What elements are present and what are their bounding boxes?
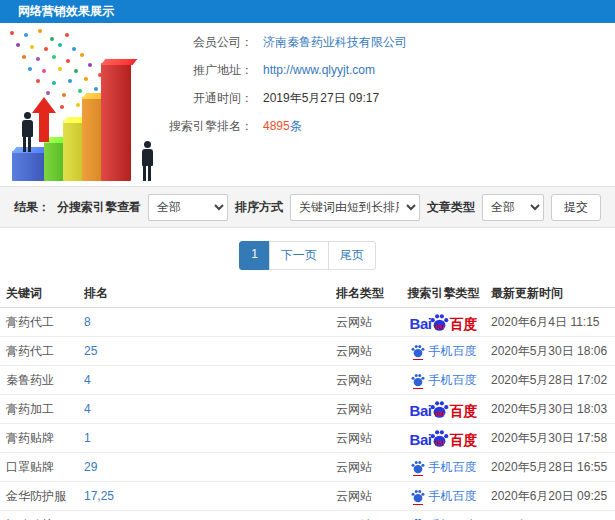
- baidu-pc-logo: Baidu百度: [410, 313, 478, 331]
- company-link[interactable]: 济南秦鲁药业科技有限公司: [263, 34, 407, 51]
- engine-cell: 手机百度: [396, 372, 491, 389]
- engine-cell: 手机百度: [396, 343, 491, 360]
- info-row-company: 会员公司： 济南秦鲁药业科技有限公司: [158, 33, 407, 51]
- header-keyword: 关键词: [0, 285, 84, 302]
- sort-select[interactable]: 关键词由短到长排序: [290, 194, 420, 221]
- marketing-illustration: [2, 25, 180, 183]
- table-row: 膏药代工25云网站手机百度2020年5月30日 18:06: [0, 337, 615, 366]
- engine-cell: 手机百度: [396, 459, 491, 476]
- update-time-cell: 2020年5月30日 18:06: [491, 343, 615, 360]
- rank-type-cell: 云网站: [336, 343, 396, 360]
- open-time-value: 2019年5月27日 09:17: [263, 90, 379, 107]
- rank-type-cell: 云网站: [336, 401, 396, 418]
- header-rank: 排名: [84, 285, 336, 302]
- rank-type-cell: 云网站: [336, 314, 396, 331]
- baidu-mobile-logo: 手机百度: [411, 517, 477, 520]
- page-title: 网络营销效果展示: [18, 4, 114, 18]
- article-type-select[interactable]: 全部: [482, 194, 544, 221]
- article-type-label: 文章类型: [427, 199, 475, 216]
- sort-label: 排序方式: [235, 199, 283, 216]
- baidu-paw-icon: [411, 344, 425, 358]
- engine-cell: 手机百度: [396, 488, 491, 505]
- baidu-pc-logo: Baidu百度: [410, 400, 478, 418]
- header-rank-type: 排名类型: [336, 285, 396, 302]
- keyword-cell: 金华防护服: [0, 488, 84, 505]
- company-label: 会员公司：: [158, 34, 253, 51]
- rank-link[interactable]: 1: [84, 431, 91, 445]
- rank-type-cell: 云网站: [336, 488, 396, 505]
- update-time-cell: 2020年6月4日 11:10: [491, 517, 615, 520]
- baidu-mobile-logo: 手机百度: [411, 343, 477, 360]
- table-row: 膏药加工4云网站Baidu百度2020年5月30日 18:03: [0, 395, 615, 424]
- engine-cell: 手机百度: [396, 517, 491, 520]
- update-time-cell: 2020年5月28日 16:55: [491, 459, 615, 476]
- rank-link[interactable]: 25: [84, 344, 97, 358]
- filter-controls: 分搜索引擎查看 全部 排序方式 关键词由短到长排序 文章类型 全部 提交: [57, 194, 601, 221]
- baidu-paw-icon: [411, 489, 425, 503]
- rank-link[interactable]: 29: [84, 460, 97, 474]
- rank-type-cell: 云网站: [336, 517, 396, 520]
- rank-link[interactable]: 8: [84, 315, 91, 329]
- update-time-cell: 2020年5月28日 17:02: [491, 372, 615, 389]
- baidu-mobile-logo: 手机百度: [411, 372, 477, 389]
- page-header: 网络营销效果展示: [0, 0, 615, 23]
- baidu-pc-logo: Baidu百度: [410, 429, 478, 447]
- table-row: 秦鲁药业4云网站手机百度2020年5月28日 17:02: [0, 366, 615, 395]
- member-info-section: 会员公司： 济南秦鲁药业科技有限公司 推广地址： http://www.qlyy…: [0, 23, 615, 186]
- baidu-mobile-logo: 手机百度: [411, 459, 477, 476]
- baidu-paw-icon: du: [430, 400, 449, 418]
- arrow-up-graphic: [32, 97, 56, 143]
- promo-url-label: 推广地址：: [158, 62, 253, 79]
- table-row: 福建防护服10云网站手机百度2020年6月4日 11:10: [0, 511, 615, 520]
- info-row-rank-count: 搜索引擎排名： 4895条: [158, 117, 407, 135]
- bar-chart-graphic-blue: [12, 151, 46, 181]
- businessman-figure-left: [20, 112, 34, 152]
- rank-count-unit: 条: [290, 119, 302, 133]
- table-row: 膏药代工8云网站Baidu百度2020年6月4日 11:15: [0, 308, 615, 337]
- baidu-mobile-logo: 手机百度: [411, 488, 477, 505]
- results-table: 关键词 排名 排名类型 搜索引擎类型 最新更新时间 膏药代工8云网站Baidu百…: [0, 280, 615, 520]
- keyword-cell: 膏药贴牌: [0, 430, 84, 447]
- update-time-cell: 2020年6月4日 11:15: [491, 314, 615, 331]
- submit-button[interactable]: 提交: [551, 194, 601, 221]
- table-row: 金华防护服17,25云网站手机百度2020年6月20日 09:25: [0, 482, 615, 511]
- keyword-cell: 膏药代工: [0, 314, 84, 331]
- next-page-button[interactable]: 下一页: [269, 241, 329, 270]
- keyword-cell: 秦鲁药业: [0, 372, 84, 389]
- confetti-graphic: [10, 31, 14, 35]
- rank-type-cell: 云网站: [336, 372, 396, 389]
- keyword-cell: 膏药代工: [0, 343, 84, 360]
- page: 网络营销效果展示 会员公司： 济南秦鲁药业科技有限公司: [0, 0, 615, 520]
- info-row-url: 推广地址： http://www.qlyyjt.com: [158, 61, 407, 79]
- keyword-cell: 口罩贴牌: [0, 459, 84, 476]
- page-number-current[interactable]: 1: [239, 241, 270, 270]
- rank-link[interactable]: 17,25: [84, 489, 114, 503]
- table-body: 膏药代工8云网站Baidu百度2020年6月4日 11:15膏药代工25云网站手…: [0, 308, 615, 520]
- rank-count-value: 4895: [263, 119, 290, 133]
- baidu-paw-icon: [411, 373, 425, 387]
- table-row: 口罩贴牌29云网站手机百度2020年5月28日 16:55: [0, 453, 615, 482]
- keyword-cell: 膏药加工: [0, 401, 84, 418]
- engine-cell: Baidu百度: [396, 313, 491, 331]
- pagination: 1 下一页 尾页: [0, 241, 615, 270]
- update-time-cell: 2020年6月20日 09:25: [491, 488, 615, 505]
- engine-cell: Baidu百度: [396, 400, 491, 418]
- filter-bar: 结果： 分搜索引擎查看 全部 排序方式 关键词由短到长排序 文章类型 全部 提交: [0, 186, 615, 228]
- baidu-paw-icon: du: [430, 429, 449, 447]
- rank-count-label: 搜索引擎排名：: [158, 118, 253, 135]
- table-header-row: 关键词 排名 排名类型 搜索引擎类型 最新更新时间: [0, 280, 615, 308]
- rank-type-cell: 云网站: [336, 459, 396, 476]
- header-update-time: 最新更新时间: [491, 285, 615, 302]
- engine-cell: Baidu百度: [396, 429, 491, 447]
- rank-type-cell: 云网站: [336, 430, 396, 447]
- promo-url-link[interactable]: http://www.qlyyjt.com: [263, 63, 375, 77]
- update-time-cell: 2020年5月30日 17:58: [491, 430, 615, 447]
- baidu-paw-icon: [411, 460, 425, 474]
- info-row-open-time: 开通时间： 2019年5月27日 09:17: [158, 89, 407, 107]
- rank-link[interactable]: 4: [84, 373, 91, 387]
- last-page-button[interactable]: 尾页: [328, 241, 376, 270]
- keyword-cell: 福建防护服: [0, 517, 84, 520]
- rank-link[interactable]: 4: [84, 402, 91, 416]
- engine-filter-select[interactable]: 全部: [148, 194, 228, 221]
- header-engine-type: 搜索引擎类型: [396, 285, 491, 302]
